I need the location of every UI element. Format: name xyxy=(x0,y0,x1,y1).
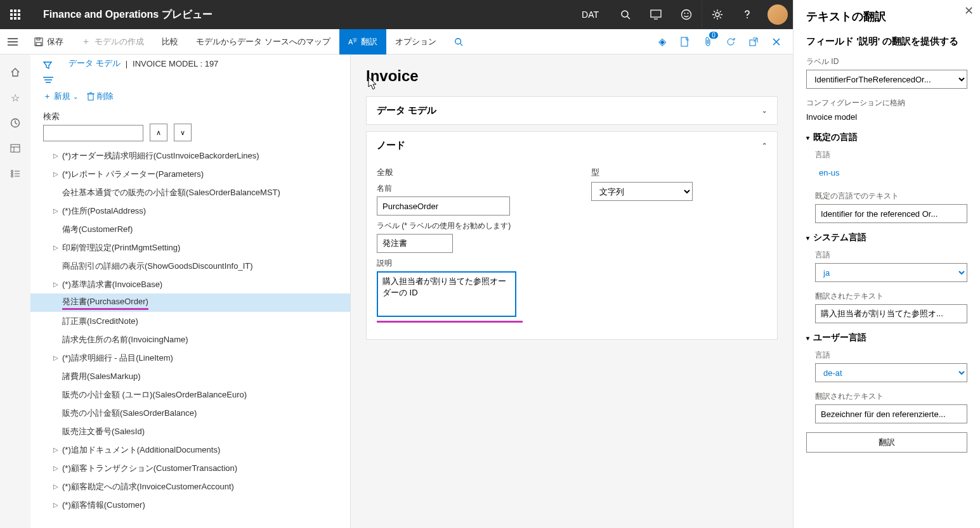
tree-item[interactable]: ▷(*)請求明細行 - 品目(LineItem) xyxy=(30,349,350,367)
home-icon[interactable] xyxy=(5,62,25,82)
create-model-button[interactable]: ＋ モデルの作成 xyxy=(72,29,153,55)
app-header: Finance and Operations プレビュー DAT xyxy=(0,0,793,29)
name-input[interactable] xyxy=(377,196,510,216)
translate-action-button[interactable]: 翻訳 xyxy=(806,432,967,453)
tree-item-label: (*)レポート パラメーター(Parameters) xyxy=(62,169,204,180)
data-model-card-title: データ モデル xyxy=(377,105,436,117)
default-text-label: 既定の言語でのテキスト xyxy=(815,191,967,202)
breadcrumb-link[interactable]: データ モデル xyxy=(69,58,121,69)
filter-icon[interactable] xyxy=(43,61,52,72)
desc-textarea[interactable] xyxy=(377,271,516,317)
monitor-icon[interactable] xyxy=(641,0,671,29)
settings-icon[interactable] xyxy=(702,0,732,29)
system-lang-section[interactable]: ▾ システム言語 xyxy=(806,232,967,243)
user-lang-section[interactable]: ▾ ユーザー言語 xyxy=(806,332,967,344)
refresh-icon[interactable] xyxy=(721,32,741,52)
node-card-header[interactable]: ノード ⌃ xyxy=(367,132,777,159)
tree-item[interactable]: 諸費用(SalesMarkup) xyxy=(30,367,350,385)
user-lang-select[interactable]: de-at xyxy=(815,363,967,382)
tree-item-label: (*)基準請求書(InvoiceBase) xyxy=(62,279,162,290)
svg-point-28 xyxy=(11,173,13,175)
tree-item[interactable]: 会社基本通貨での販売の小計金額(SalesOrderBalanceMST) xyxy=(30,183,350,202)
close-panel-icon[interactable]: ✕ xyxy=(964,4,974,18)
expander-icon[interactable]: ▷ xyxy=(49,501,62,508)
tree-item[interactable]: ▷(*)オーダー残請求明細行(CustInvoiceBackorderLines… xyxy=(30,146,350,165)
system-lang-select[interactable]: ja xyxy=(815,263,967,282)
tree-item[interactable]: ▷(*)追加ドキュメント(AdditionalDocuments) xyxy=(30,441,350,459)
system-translated-input[interactable] xyxy=(815,304,967,323)
map-model-button[interactable]: モデルからデータ ソースへのマップ xyxy=(187,29,339,55)
attachment-badge: 0 xyxy=(709,32,718,39)
default-text-input[interactable] xyxy=(815,204,967,223)
label-id-select[interactable]: IdentifierForTheReferencedOr... xyxy=(806,70,967,89)
user-avatar[interactable] xyxy=(762,0,793,29)
new-button[interactable]: ＋ 新規 ⌄ xyxy=(43,91,78,102)
expander-icon[interactable]: ▷ xyxy=(49,152,62,159)
modules-icon[interactable] xyxy=(5,164,25,184)
search-icon[interactable] xyxy=(610,0,641,29)
translate-button[interactable]: A字 翻訳 xyxy=(339,29,386,55)
type-select[interactable]: 文字列 xyxy=(591,182,693,201)
tree-item[interactable]: ▷(*)レポート パラメーター(Parameters) xyxy=(30,165,350,183)
tree-item[interactable]: ▷(*)顧客トランザクション(CustomerTransaction) xyxy=(30,459,350,477)
expander-icon[interactable]: ▷ xyxy=(49,354,62,361)
compare-button[interactable]: 比較 xyxy=(153,29,187,55)
tree-item-label: 会社基本通貨での販売の小計金額(SalesOrderBalanceMST) xyxy=(62,187,280,198)
search-action-icon[interactable] xyxy=(445,29,472,55)
tree-item[interactable]: ▷(*)顧客勘定への請求(InvoiceCustomerAccount) xyxy=(30,477,350,496)
svg-line-18 xyxy=(460,43,462,46)
svg-point-0 xyxy=(622,11,628,17)
tree-item[interactable]: ▷(*)顧客情報(Customer) xyxy=(30,496,350,514)
search-up-button[interactable]: ∧ xyxy=(150,124,167,141)
default-lang-section[interactable]: ▾ 既定の言語 xyxy=(806,132,967,143)
help-icon[interactable] xyxy=(732,0,762,29)
expander-icon[interactable]: ▷ xyxy=(49,207,62,214)
close-action-icon[interactable] xyxy=(766,32,787,52)
compare-label: 比較 xyxy=(162,36,178,48)
favorite-icon[interactable]: ☆ xyxy=(5,87,25,108)
user-translated-input[interactable] xyxy=(815,404,967,423)
recent-icon[interactable] xyxy=(5,113,25,133)
list-icon[interactable] xyxy=(43,75,53,86)
svg-point-5 xyxy=(684,13,686,14)
tree-item[interactable]: 請求先住所の名前(InvoicingName) xyxy=(30,330,350,349)
label-input[interactable] xyxy=(377,234,453,253)
search-input[interactable] xyxy=(43,125,143,141)
menu-toggle-icon[interactable] xyxy=(0,37,25,46)
smiley-icon[interactable] xyxy=(671,0,702,29)
app-launcher-icon[interactable] xyxy=(0,0,30,29)
tree-item[interactable]: 発注書(PurchaseOrder) xyxy=(30,293,350,312)
connector-icon[interactable]: ◈ xyxy=(652,32,672,52)
side-panel-subtitle: フィールド '説明' の翻訳を提供する xyxy=(806,34,967,48)
expander-icon[interactable]: ▷ xyxy=(49,465,62,472)
expander-icon[interactable]: ▷ xyxy=(49,281,62,288)
company-code[interactable]: DAT xyxy=(570,10,610,20)
document-icon[interactable] xyxy=(675,32,695,52)
options-button[interactable]: オプション xyxy=(386,29,445,55)
tree-item[interactable]: 販売の小計金額 (ユーロ)(SalesOrderBalanceEuro) xyxy=(30,385,350,404)
tree-item[interactable]: 販売注文番号(SalesId) xyxy=(30,422,350,441)
delete-button[interactable]: 削除 xyxy=(87,91,114,102)
tree-item-label: 訂正票(IsCreditNote) xyxy=(62,316,138,327)
tree-item[interactable]: 商品割引の詳細の表示(ShowGoodsDiscountInfo_IT) xyxy=(30,257,350,275)
attachment-icon[interactable]: 0 xyxy=(698,32,718,52)
popout-icon[interactable] xyxy=(743,32,764,52)
expander-icon[interactable]: ▷ xyxy=(49,483,62,490)
detail-panel: Invoice データ モデル ⌄ ノード ⌃ 全般 xyxy=(351,55,793,528)
create-model-label: モデルの作成 xyxy=(95,36,144,48)
workspace-icon[interactable] xyxy=(5,138,25,158)
expander-icon[interactable]: ▷ xyxy=(49,446,62,453)
data-model-card-header[interactable]: データ モデル ⌄ xyxy=(367,97,777,124)
tree-item[interactable]: ▷(*)基準請求書(InvoiceBase) xyxy=(30,275,350,293)
tree-item[interactable]: ▷印刷管理設定(PrintMgmtSetting) xyxy=(30,238,350,257)
tree-item[interactable]: 訂正票(IsCreditNote) xyxy=(30,312,350,330)
save-button[interactable]: 保存 xyxy=(25,29,72,55)
tree-item[interactable]: 販売の小計金額(SalesOrderBalance) xyxy=(30,404,350,422)
tree-item[interactable]: ▷(*)住所(PostalAddress) xyxy=(30,202,350,220)
expander-icon[interactable]: ▷ xyxy=(49,244,62,251)
search-down-button[interactable]: ∨ xyxy=(174,124,192,141)
svg-point-6 xyxy=(688,13,689,14)
expander-icon[interactable]: ▷ xyxy=(49,171,62,177)
default-lang-value[interactable] xyxy=(815,163,917,182)
tree-item[interactable]: 備考(CustomerRef) xyxy=(30,220,350,238)
